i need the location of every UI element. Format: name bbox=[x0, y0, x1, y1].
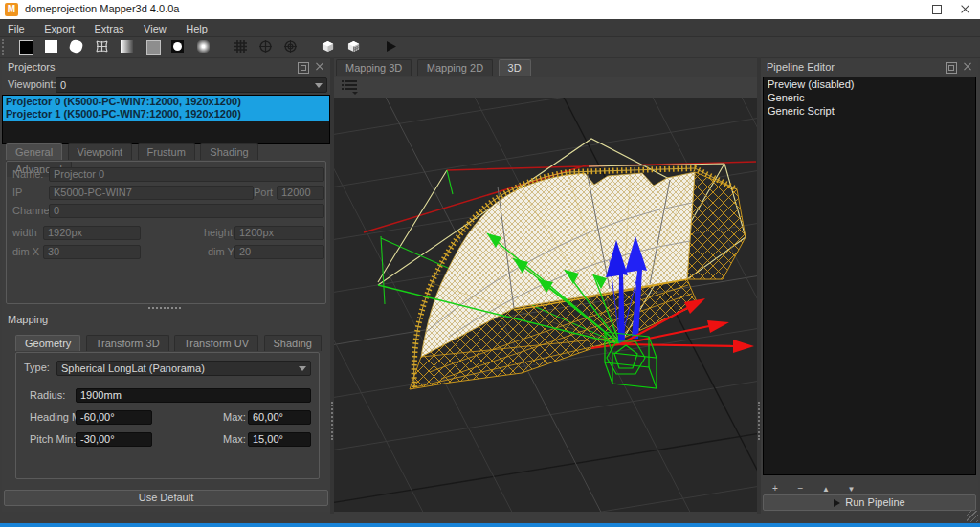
heading-max-field[interactable]: 60,00° bbox=[248, 410, 311, 425]
remove-pipeline-step-button[interactable]: − bbox=[790, 482, 811, 494]
tab-viewpoint[interactable]: Viewpoint bbox=[68, 143, 133, 160]
run-pipeline-label: Run Pipeline bbox=[845, 496, 904, 508]
radius-field[interactable]: 1900mm bbox=[76, 388, 311, 403]
menu-extras[interactable]: Extras bbox=[86, 21, 131, 34]
fill-black-icon[interactable] bbox=[16, 38, 35, 56]
minimize-button[interactable] bbox=[894, 0, 923, 19]
projector-general-group: Name: Projector 0 IP K5000-PC-WIN7 Port … bbox=[6, 161, 326, 304]
ip-field[interactable]: K5000-PC-WIN7 bbox=[49, 186, 254, 200]
crosshair-circle-icon[interactable] bbox=[256, 38, 276, 56]
window-title: domeprojection Mapper3d 4.0.0a bbox=[25, 3, 179, 14]
float-panel-icon[interactable] bbox=[946, 62, 957, 74]
tab-mapping-2d[interactable]: Mapping 2D bbox=[417, 59, 493, 76]
pipeline-list: Preview (disabled) Generic Generic Scrip… bbox=[763, 77, 976, 475]
type-select[interactable]: Spherical LongLat (Panorama) bbox=[56, 361, 311, 376]
left-panel: Projectors Viewpoint: 0 Projector 0 (K50… bbox=[2, 59, 330, 512]
pipeline-list-toolbar: + − ▲ ▼ bbox=[765, 478, 861, 495]
dim-x-label: dim X bbox=[12, 246, 39, 257]
cube-icon[interactable] bbox=[319, 38, 338, 56]
projector-list-item[interactable]: Projector 1 (K5000-PC-WIN7:12000, 1920x1… bbox=[3, 108, 329, 121]
geometry-group: Type: Spherical LongLat (Panorama) Radiu… bbox=[15, 352, 320, 479]
toolbar-grip[interactable] bbox=[2, 39, 8, 55]
heading-min-field[interactable]: -60,00° bbox=[76, 410, 152, 425]
tab-frustum[interactable]: Frustum bbox=[138, 143, 195, 160]
chevron-down-icon bbox=[315, 83, 323, 88]
menu-bar: File Export Extras View Help bbox=[0, 19, 980, 37]
run-pipeline-button[interactable]: Run Pipeline bbox=[763, 494, 976, 511]
mapping-tabs: Geometry Transform 3D Transform UV Shadi… bbox=[15, 335, 323, 352]
width-field[interactable]: 1920px bbox=[43, 226, 141, 240]
tab-3d[interactable]: 3D bbox=[499, 59, 531, 76]
mapping-panel-header: Mapping bbox=[2, 312, 330, 327]
pipeline-panel: Pipeline Editor Preview (disabled) Gener… bbox=[761, 59, 978, 512]
viewport-toolbar bbox=[334, 77, 757, 99]
close-button[interactable] bbox=[951, 0, 980, 19]
fill-gray-icon[interactable] bbox=[144, 38, 163, 56]
play-icon bbox=[834, 499, 840, 507]
height-field[interactable]: 1200px bbox=[234, 226, 324, 240]
window-bottom-edge bbox=[0, 523, 980, 527]
name-label: Name: bbox=[12, 168, 43, 180]
title-bar: M domeprojection Mapper3d 4.0.0a bbox=[0, 0, 980, 19]
tab-mapping-3d[interactable]: Mapping 3D bbox=[336, 59, 412, 76]
fill-white-icon[interactable] bbox=[42, 38, 61, 56]
tab-transform-uv[interactable]: Transform UV bbox=[174, 335, 258, 351]
main-toolbar bbox=[0, 37, 980, 58]
maximize-button[interactable] bbox=[923, 0, 951, 19]
viewport-tabs: Mapping 3D Mapping 2D 3D bbox=[336, 59, 532, 77]
menu-help[interactable]: Help bbox=[178, 21, 215, 34]
pipeline-panel-header: Pipeline Editor bbox=[761, 59, 978, 75]
circle-white-icon[interactable] bbox=[168, 38, 188, 56]
gradient-horizontal-icon[interactable] bbox=[118, 38, 137, 56]
projector-list: Projector 0 (K5000-PC-WIN7:12000, 1920x1… bbox=[2, 95, 330, 144]
tab-mapping-shading[interactable]: Shading bbox=[264, 335, 322, 351]
pipeline-item[interactable]: Generic bbox=[764, 91, 975, 104]
tab-shading[interactable]: Shading bbox=[200, 143, 257, 160]
dome-shape-icon[interactable] bbox=[67, 38, 86, 56]
close-panel-icon[interactable] bbox=[963, 62, 972, 72]
use-default-button[interactable]: Use Default bbox=[4, 490, 328, 506]
projector-list-item[interactable]: Projector 0 (K5000-PC-WIN7:12000, 1920x1… bbox=[3, 96, 329, 108]
warp-mesh-icon[interactable] bbox=[93, 38, 112, 56]
chevron-down-icon bbox=[299, 366, 306, 371]
pipeline-panel-title: Pipeline Editor bbox=[767, 61, 835, 73]
app-logo-icon: M bbox=[5, 3, 18, 16]
window-resize-grip[interactable] bbox=[967, 511, 978, 522]
pitch-max-field[interactable]: 15,00° bbox=[248, 432, 311, 447]
viewpoint-label: Viewpoint: bbox=[8, 78, 56, 90]
channel-field[interactable]: 0 bbox=[49, 204, 324, 218]
menu-export[interactable]: Export bbox=[36, 21, 82, 34]
projector-tabs: General Viewpoint Frustum Shading Advanc… bbox=[6, 143, 330, 161]
pitch-min-field[interactable]: -30,00° bbox=[76, 432, 152, 447]
grid-icon[interactable] bbox=[232, 38, 251, 56]
radius-label: Radius: bbox=[30, 389, 65, 401]
projectors-panel-header: Projectors bbox=[2, 59, 330, 75]
toolbar-separator bbox=[305, 37, 313, 55]
menu-file[interactable]: File bbox=[0, 21, 33, 34]
play-icon[interactable] bbox=[382, 38, 401, 56]
gradient-radial-icon[interactable] bbox=[194, 38, 213, 56]
panel-splitter-handle[interactable] bbox=[148, 307, 181, 309]
viewport-3d[interactable] bbox=[334, 98, 757, 512]
dim-x-field[interactable]: 30 bbox=[43, 245, 141, 259]
type-label: Type: bbox=[24, 362, 50, 373]
menu-view[interactable]: View bbox=[136, 21, 174, 34]
port-field[interactable]: 12000 bbox=[277, 186, 324, 200]
pipeline-item[interactable]: Generic Script bbox=[764, 104, 975, 118]
projectors-panel-title: Projectors bbox=[8, 61, 56, 73]
close-panel-icon[interactable] bbox=[315, 62, 324, 72]
name-field[interactable]: Projector 0 bbox=[49, 167, 324, 182]
view-options-icon[interactable] bbox=[342, 80, 357, 92]
viewpoint-select[interactable]: 0 bbox=[56, 77, 327, 93]
dim-y-field[interactable]: 20 bbox=[234, 245, 324, 259]
float-panel-icon[interactable] bbox=[298, 62, 309, 74]
tab-general[interactable]: General bbox=[6, 143, 62, 160]
pipeline-item[interactable]: Preview (disabled) bbox=[764, 77, 975, 91]
tab-geometry[interactable]: Geometry bbox=[15, 335, 80, 351]
crosshair-target-icon[interactable] bbox=[281, 38, 301, 56]
cube-mesh-icon[interactable] bbox=[345, 38, 364, 56]
tab-transform-3d[interactable]: Transform 3D bbox=[86, 335, 169, 351]
add-pipeline-step-button[interactable]: + bbox=[765, 482, 786, 494]
mapping-panel-title: Mapping bbox=[8, 314, 48, 325]
height-label: height bbox=[204, 227, 233, 238]
